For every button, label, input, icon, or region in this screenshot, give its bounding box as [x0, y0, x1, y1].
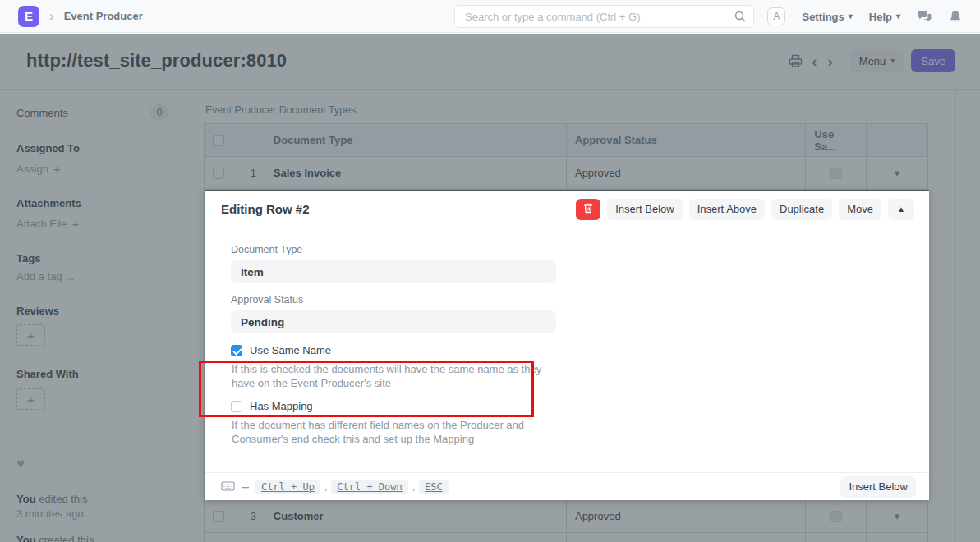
- collapse-row-button[interactable]: ▲: [888, 199, 914, 220]
- search-input[interactable]: [454, 5, 754, 28]
- global-search: [454, 5, 754, 28]
- delete-row-button[interactable]: [576, 199, 600, 220]
- avatar[interactable]: A: [767, 7, 785, 25]
- duplicate-button[interactable]: Duplicate: [771, 199, 832, 220]
- use-same-name-description: If this is checked the documents will ha…: [232, 362, 559, 390]
- approval-status-field[interactable]: Pending: [231, 310, 556, 333]
- insert-above-button[interactable]: Insert Above: [689, 199, 765, 220]
- settings-menu[interactable]: Settings ▾: [802, 11, 852, 23]
- shortcut-esc: ESC: [419, 480, 449, 494]
- has-mapping-row: Has Mapping: [231, 400, 929, 412]
- trash-icon: [583, 203, 593, 216]
- breadcrumb[interactable]: Event Producer: [64, 10, 143, 22]
- has-mapping-checkbox[interactable]: [231, 401, 242, 412]
- move-button[interactable]: Move: [839, 199, 881, 220]
- has-mapping-label: Has Mapping: [250, 400, 313, 412]
- app-logo[interactable]: E: [18, 6, 39, 27]
- comma-separator: ,: [412, 481, 415, 493]
- help-label: Help: [869, 11, 892, 23]
- help-menu[interactable]: Help ▾: [869, 11, 900, 23]
- avatar-letter: A: [773, 11, 780, 22]
- nav-left: E › Event Producer: [0, 6, 143, 27]
- editor-footer: – Ctrl + Up , Ctrl + Down , ESC Insert B…: [205, 472, 929, 500]
- editor-header: Editing Row #2 Insert Below Insert Ab: [205, 191, 929, 227]
- use-same-name-checkbox[interactable]: [231, 345, 242, 356]
- shortcut-ctrl-up: Ctrl + Up: [255, 480, 320, 494]
- chevron-down-icon: ▾: [896, 12, 900, 21]
- field-label-document-type: Document Type: [231, 244, 929, 255]
- use-same-name-label: Use Same Name: [250, 344, 331, 356]
- chat-icon[interactable]: [917, 10, 932, 24]
- use-same-name-row: Use Same Name: [231, 344, 929, 356]
- nav-right: A Settings ▾ Help ▾: [767, 0, 962, 33]
- shortcut-ctrl-down: Ctrl + Down: [331, 480, 407, 494]
- app-window: E › Event Producer A Settings ▾ Help: [0, 0, 980, 542]
- editor-body: Document Type Item Approval Status Pendi…: [205, 227, 929, 447]
- field-label-approval-status: Approval Status: [231, 294, 929, 305]
- editor-actions: Insert Below Insert Above Duplicate Move…: [576, 199, 914, 220]
- grid-row-editor: Editing Row #2 Insert Below Insert Ab: [205, 190, 929, 500]
- comma-separator: ,: [324, 481, 327, 493]
- has-mapping-description: If the document has different field name…: [232, 418, 559, 446]
- editor-title: Editing Row #2: [221, 202, 310, 216]
- chevron-right-icon: ›: [49, 9, 54, 23]
- footer-insert-below-button[interactable]: Insert Below: [840, 476, 916, 498]
- dash-separator: –: [242, 480, 249, 494]
- chevron-down-icon: ▾: [849, 12, 853, 21]
- keyboard-icon: [221, 480, 235, 494]
- notifications-bell-icon[interactable]: [949, 10, 962, 24]
- document-type-field[interactable]: Item: [231, 260, 556, 283]
- navbar: E › Event Producer A Settings ▾ Help: [0, 0, 980, 33]
- search-icon: [734, 10, 747, 26]
- collapse-up-icon: ▲: [897, 204, 905, 214]
- insert-below-button[interactable]: Insert Below: [607, 199, 683, 220]
- shortcut-hints: – Ctrl + Up , Ctrl + Down , ESC: [221, 480, 449, 494]
- settings-label: Settings: [802, 11, 844, 23]
- logo-letter: E: [25, 9, 33, 23]
